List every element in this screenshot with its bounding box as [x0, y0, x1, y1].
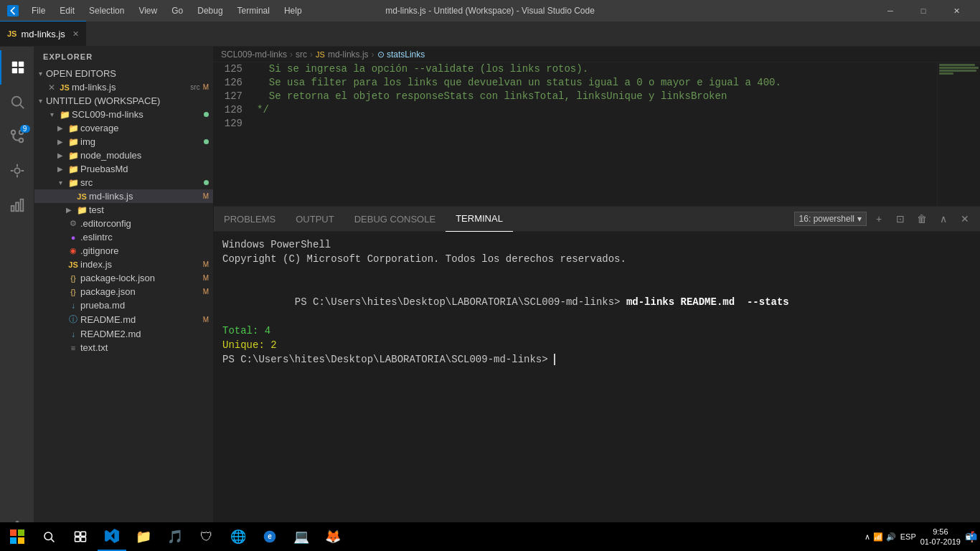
- file-gitignore[interactable]: ◉ .gitignore: [34, 244, 213, 258]
- file-index-label: index.js: [80, 259, 203, 270]
- menu-file[interactable]: File: [24, 3, 52, 19]
- menu-debug[interactable]: Debug: [190, 3, 230, 19]
- index-js-icon: JS: [66, 260, 80, 269]
- file-readme[interactable]: ⓘ README.md M: [34, 312, 213, 327]
- tab-output[interactable]: OUTPUT: [286, 207, 344, 232]
- vscode-second-icon[interactable]: 💻: [287, 522, 316, 551]
- task-view-button[interactable]: [66, 522, 95, 551]
- open-editors-section[interactable]: ▾ OPEN EDITORS: [34, 67, 213, 80]
- eslintrc-icon: ●: [66, 233, 80, 242]
- term-line-5: Total: 4: [222, 324, 971, 338]
- term-powershell-title: Windows PowerShell: [222, 239, 331, 250]
- split-terminal-button[interactable]: ⊡: [891, 211, 910, 227]
- terminal-output[interactable]: Windows PowerShell Copyright (C) Microso…: [214, 232, 980, 435]
- term-line-6: Unique: 2: [222, 338, 971, 352]
- chrome-taskbar-icon[interactable]: 🌐: [224, 522, 253, 551]
- tab-terminal[interactable]: TERMINAL: [446, 207, 513, 232]
- terminal-section: PROBLEMS OUTPUT DEBUG CONSOLE TERMINAL 1…: [214, 206, 980, 435]
- activity-bar: 9: [0, 47, 34, 551]
- close-button[interactable]: ✕: [940, 0, 973, 22]
- svg-rect-13: [20, 199, 23, 212]
- activitybar-source-control[interactable]: 9: [0, 119, 34, 154]
- code-editor[interactable]: 125 126 127 128 129 Si se ingresa la opc…: [214, 62, 980, 206]
- folder-test[interactable]: ▶ 📁 test: [34, 203, 213, 217]
- file-editorconfig-label: .editorconfig: [80, 218, 213, 229]
- menu-edit[interactable]: Edit: [52, 3, 82, 19]
- folder-scl009[interactable]: ▾ 📁 SCL009-md-links: [34, 108, 213, 121]
- activitybar-search[interactable]: [0, 85, 34, 119]
- window-title: md-links.js - Untitled (Workspace) - Vis…: [385, 6, 595, 16]
- tab-debug-console[interactable]: DEBUG CONSOLE: [344, 207, 446, 232]
- file-package-lock[interactable]: {} package-lock.json M: [34, 271, 213, 285]
- maximize-button[interactable]: □: [907, 0, 940, 22]
- code-line-126: Se usa filter para los links que devuelv…: [257, 76, 937, 90]
- activitybar-extensions[interactable]: [0, 188, 34, 222]
- tray-up-arrow[interactable]: ∧: [864, 532, 870, 542]
- folder-src[interactable]: ▾ 📁 src: [34, 176, 213, 189]
- editor-tab-md-links[interactable]: JS md-links.js ✕: [0, 21, 86, 46]
- folder-nm-label: node_modules: [80, 150, 213, 161]
- test-folder-icon: 📁: [75, 205, 89, 215]
- menu-help[interactable]: Help: [277, 3, 309, 19]
- collapse-terminal-button[interactable]: ∧: [934, 211, 953, 227]
- svg-rect-17: [10, 537, 17, 544]
- code-content[interactable]: Si se ingresa la opción --validate (los …: [250, 62, 937, 206]
- tab-close-button[interactable]: ✕: [72, 29, 79, 39]
- file-prueba-md[interactable]: ↓ prueba.md: [34, 298, 213, 312]
- menu-view[interactable]: View: [131, 3, 164, 19]
- file-text[interactable]: ≡ text.txt: [34, 341, 213, 354]
- close-terminal-button[interactable]: ✕: [956, 211, 974, 227]
- file-eslintrc[interactable]: ● .eslintrc: [34, 230, 213, 244]
- ie-taskbar-icon[interactable]: e: [255, 522, 284, 551]
- file-editorconfig[interactable]: ⚙ .editorconfig: [34, 217, 213, 230]
- folder-coverage[interactable]: ▶ 📁 coverage: [34, 121, 213, 135]
- antivirus-taskbar-icon[interactable]: 🛡: [192, 522, 221, 551]
- trash-terminal-button[interactable]: 🗑: [913, 211, 931, 227]
- folder-node-modules[interactable]: ▶ 📁 node_modules: [34, 149, 213, 162]
- file-md-links[interactable]: JS md-links.js M: [34, 189, 213, 203]
- activitybar-explorer[interactable]: [0, 50, 34, 85]
- folder-pruebas-label: PruebasMd: [80, 164, 213, 174]
- search-taskbar[interactable]: [34, 522, 63, 551]
- system-tray: ∧ 📶 🔊: [864, 532, 896, 542]
- vscode-taskbar-icon[interactable]: [98, 522, 126, 551]
- start-button[interactable]: [3, 522, 32, 551]
- svg-rect-1: [18, 62, 23, 67]
- tab-problems[interactable]: PROBLEMS: [214, 207, 286, 232]
- notification-center[interactable]: 📬: [965, 531, 977, 542]
- music-taskbar-icon[interactable]: 🎵: [161, 522, 189, 551]
- workspace-section[interactable]: ▾ UNTITLED (WORKSPACE): [34, 94, 213, 108]
- code-line-127: Se retorna el objeto responseStats con l…: [257, 90, 937, 103]
- app7-icon[interactable]: 🦊: [319, 522, 347, 551]
- svg-rect-18: [18, 537, 24, 544]
- line-num-127: 127: [214, 90, 242, 103]
- package-json-icon: {}: [66, 288, 80, 296]
- menu-terminal[interactable]: Terminal: [230, 3, 277, 19]
- file-package[interactable]: {} package.json M: [34, 285, 213, 298]
- app-container: JS md-links.js ✕ 9: [0, 22, 980, 551]
- minimize-button[interactable]: ─: [874, 0, 907, 22]
- folder-img[interactable]: ▶ 📁 img: [34, 135, 213, 149]
- new-terminal-button[interactable]: +: [870, 211, 888, 227]
- term-unique: Unique: 2: [222, 339, 277, 351]
- editor-tabbar: JS md-links.js ✕: [0, 22, 980, 47]
- code-line-128: */: [257, 103, 937, 117]
- menu-selection[interactable]: Selection: [82, 3, 131, 19]
- file-index[interactable]: JS index.js M: [34, 258, 213, 271]
- file-readme2[interactable]: ↓ README2.md: [34, 327, 213, 341]
- menu-go[interactable]: Go: [164, 3, 190, 19]
- folder-pruebas[interactable]: ▶ 📁 PruebasMd: [34, 162, 213, 176]
- activitybar-debug[interactable]: [0, 154, 34, 188]
- mini-line-2: [939, 67, 979, 69]
- shell-selector[interactable]: 16: powershell ▾: [794, 212, 867, 226]
- explorer-taskbar-icon[interactable]: 📁: [129, 522, 158, 551]
- open-editor-md-links[interactable]: ✕ JS md-links.js src M: [34, 80, 213, 94]
- language-indicator[interactable]: ESP: [900, 532, 916, 541]
- file-prueba-md-label: prueba.md: [80, 300, 213, 311]
- open-editor-filename: md-links.js: [72, 82, 190, 93]
- svg-text:e: e: [268, 532, 272, 540]
- bc-item-src: src: [296, 50, 307, 60]
- system-clock[interactable]: 9:56 01-07-2019: [920, 527, 961, 547]
- terminal-tabs: PROBLEMS OUTPUT DEBUG CONSOLE TERMINAL 1…: [214, 207, 980, 232]
- svg-rect-15: [10, 529, 17, 536]
